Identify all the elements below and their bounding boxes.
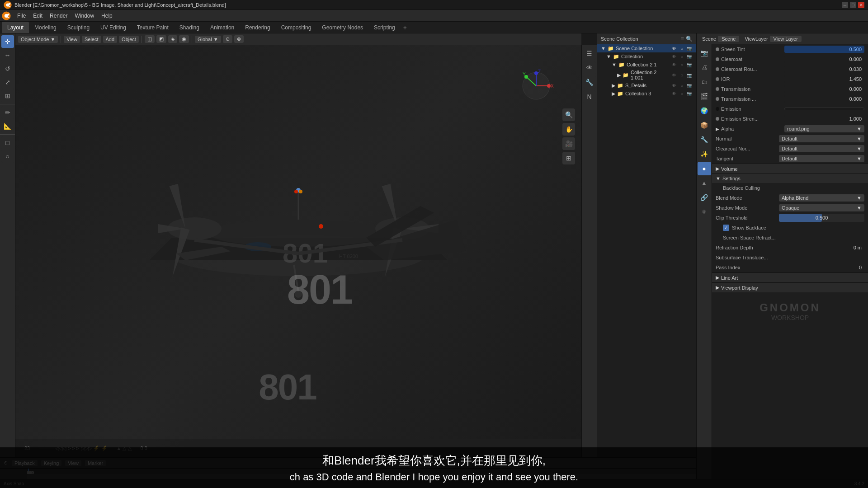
right-tool-item[interactable]: ☰	[583, 47, 596, 60]
menu-render[interactable]: Render	[46, 12, 71, 20]
object-props-btn[interactable]: 📦	[698, 118, 711, 132]
menu-help[interactable]: Help	[98, 12, 116, 20]
orbit-button[interactable]: 🎥	[562, 137, 575, 150]
restrict-icon-col[interactable]: ○	[679, 53, 685, 60]
show-backface-checkbox[interactable]: ✓	[723, 225, 729, 231]
physics-props-btn[interactable]: ⚛	[698, 205, 711, 219]
layer-name-field[interactable]: View Layer	[770, 36, 802, 42]
restrict-icon-scene[interactable]: ○	[679, 45, 685, 52]
view-menu[interactable]: View	[64, 36, 80, 43]
particles-props-btn[interactable]: ✨	[698, 147, 711, 161]
proportional-edit[interactable]: ⊚	[234, 35, 244, 43]
clearcoat-roughness-value[interactable]: 0.030	[784, 66, 864, 73]
tab-rendering[interactable]: Rendering	[240, 22, 275, 33]
tab-layout[interactable]: Layout	[2, 22, 29, 33]
outliner-collection[interactable]: ▼ 📁 Collection 👁 ○ 📷	[597, 52, 696, 61]
eye-icon-col2-1-001[interactable]: 👁	[671, 72, 677, 78]
ior-value[interactable]: 1.450	[784, 75, 864, 83]
right-tool-tool[interactable]: 🔧	[583, 76, 596, 89]
tool-circle-select[interactable]: ○	[1, 150, 14, 163]
viewport-3d[interactable]: 801 HT 8200 X	[15, 45, 581, 457]
tool-box-select[interactable]: □	[1, 136, 14, 149]
material-props-btn[interactable]: ●	[698, 162, 711, 175]
pan-button[interactable]: ✋	[562, 123, 575, 136]
tab-animation[interactable]: Animation	[205, 22, 240, 33]
restrict-icon-s-details[interactable]: ○	[679, 82, 685, 89]
scene-name-field[interactable]: Scene	[718, 36, 739, 42]
viewport-gizmo[interactable]: X Y Z	[518, 68, 554, 104]
restrict-icon-col3[interactable]: ○	[679, 90, 685, 97]
menu-window[interactable]: Window	[71, 12, 98, 20]
window-controls[interactable]: ─ □ ✕	[842, 2, 864, 8]
volume-section[interactable]: ▶ Settings Volume	[712, 164, 868, 174]
modifier-props-btn[interactable]: 🔧	[698, 133, 711, 146]
pass-index-value[interactable]: 0	[779, 264, 864, 271]
clearcoat-normal-value[interactable]: Default ▼	[779, 145, 864, 152]
viewport-shading-solid[interactable]: ◩	[156, 35, 166, 43]
close-button[interactable]: ✕	[858, 2, 864, 8]
maximize-button[interactable]: □	[850, 2, 856, 8]
render-icon-col3[interactable]: 📷	[686, 90, 693, 97]
tab-sculpting[interactable]: Sculpting	[62, 22, 95, 33]
tool-transform[interactable]: ⊞	[1, 89, 14, 102]
alpha-expand[interactable]: ▶	[716, 127, 719, 131]
outliner-collection2-1[interactable]: ▼ 📁 Collection 2 1 👁 ○ 📷	[597, 61, 696, 69]
render-icon-col[interactable]: 📷	[686, 53, 693, 60]
world-props-btn[interactable]: 🌍	[698, 104, 711, 117]
render-icon-col2-1[interactable]: 📷	[686, 61, 693, 68]
right-tool-view[interactable]: 👁	[583, 61, 596, 74]
settings-section-header[interactable]: ▼ Settings	[712, 174, 868, 183]
eye-icon-col3[interactable]: 👁	[671, 90, 677, 97]
viewport-shading-rendered[interactable]: ◉	[179, 35, 189, 43]
data-props-btn[interactable]: ▲	[698, 176, 711, 190]
restrict-icon-col2-1-001[interactable]: ○	[679, 72, 685, 78]
menu-file[interactable]: File	[14, 12, 29, 20]
alpha-value[interactable]: round.png ▼	[784, 125, 864, 132]
viewport-shading-wireframe[interactable]: ◫	[145, 35, 155, 43]
blend-mode-value[interactable]: Alpha Blend ▼	[779, 194, 864, 202]
render-icon-s-details[interactable]: 📷	[686, 82, 693, 89]
tab-uv-editing[interactable]: UV Editing	[95, 22, 132, 33]
menu-edit[interactable]: Edit	[29, 12, 46, 20]
eye-icon-s-details[interactable]: 👁	[671, 82, 677, 89]
minimize-button[interactable]: ─	[842, 2, 848, 8]
add-workspace-button[interactable]: +	[401, 23, 410, 32]
line-art-section[interactable]: ▶ Line Art	[712, 272, 868, 282]
emission-color-swatch[interactable]	[784, 108, 864, 110]
emission-strength-value[interactable]: 1.000	[784, 115, 864, 122]
normal-value[interactable]: Default ▼	[779, 135, 864, 142]
zoom-in-button[interactable]: 🔍	[562, 108, 575, 121]
outliner-filter-icon[interactable]: ≡	[681, 36, 684, 42]
tool-rotate[interactable]: ↺	[1, 62, 14, 75]
tab-texture-paint[interactable]: Texture Paint	[132, 22, 174, 33]
object-menu[interactable]: Object	[119, 36, 139, 43]
eye-icon-col[interactable]: 👁	[671, 53, 677, 60]
tab-compositing[interactable]: Compositing	[276, 22, 317, 33]
transmission-value[interactable]: 0.000	[784, 85, 864, 93]
camera-view-button[interactable]: ⊞	[562, 152, 575, 164]
global-local-toggle[interactable]: Global ▼	[195, 36, 221, 43]
render-icon-col2-1-001[interactable]: 📷	[686, 72, 693, 78]
view-layer-props-btn[interactable]: 🗂	[698, 75, 711, 89]
tab-scripting[interactable]: Scripting	[368, 22, 401, 33]
render-icon-scene[interactable]: 📷	[686, 45, 693, 52]
outliner-collection2-1-001[interactable]: ▶ 📁 Collection 2 1.001 👁 ○ 📷	[597, 69, 696, 81]
constraint-props-btn[interactable]: 🔗	[698, 191, 711, 204]
restrict-icon-col2-1[interactable]: ○	[679, 61, 685, 68]
transmission-roughness-value[interactable]: 0.000	[784, 95, 864, 103]
tab-shading[interactable]: Shading	[174, 22, 205, 33]
viewport-display-section[interactable]: ▶ Viewport Display	[712, 282, 868, 292]
right-tool-shortcut[interactable]: N	[583, 90, 596, 103]
select-menu[interactable]: Select	[82, 36, 101, 43]
output-props-btn[interactable]: 🖨	[698, 61, 711, 74]
tool-move[interactable]: ↔	[1, 49, 14, 61]
eye-icon-col2-1[interactable]: 👁	[671, 61, 677, 68]
clip-threshold-slider[interactable]: 0.500	[779, 214, 864, 222]
tangent-value[interactable]: Default ▼	[779, 155, 864, 162]
mode-select[interactable]: Object Mode ▼	[18, 36, 58, 43]
outliner-scene-collection[interactable]: ▼ 📁 Scene Collection 👁 ○ 📷	[597, 44, 696, 52]
tab-modeling[interactable]: Modeling	[29, 22, 62, 33]
scene-props-btn[interactable]: 🎬	[698, 89, 711, 103]
tool-cursor[interactable]: ✛	[1, 35, 14, 48]
clearcoat-value[interactable]: 0.000	[784, 56, 864, 63]
